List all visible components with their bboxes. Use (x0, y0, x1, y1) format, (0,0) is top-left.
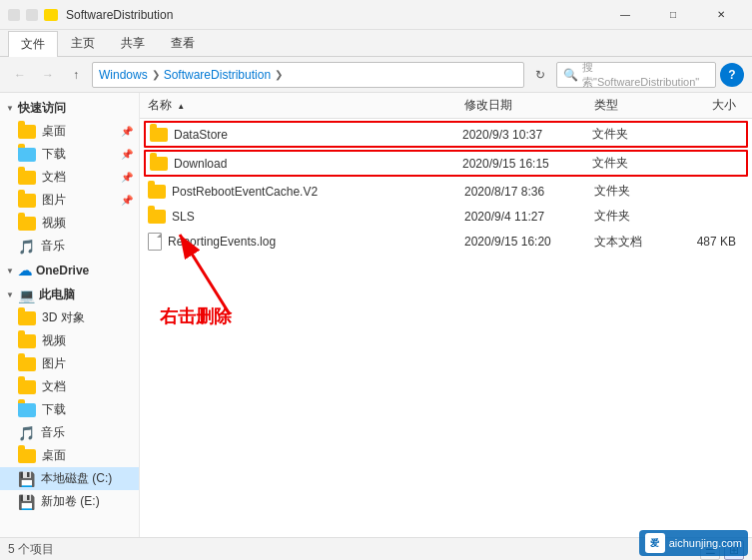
sort-icon: ▲ (177, 102, 185, 111)
watermark: 爱 aichunjing.com (639, 530, 748, 556)
tab-home[interactable]: 主页 (58, 30, 108, 56)
folder-icon (150, 157, 168, 171)
col-size-header[interactable]: 大小 (674, 97, 744, 114)
tab-share[interactable]: 共享 (108, 30, 158, 56)
folder-icon (18, 194, 36, 208)
col-type-header[interactable]: 类型 (594, 97, 674, 114)
sidebar-item-3d[interactable]: 3D 对象 (0, 306, 139, 329)
window-controls: — □ ✕ (602, 0, 744, 30)
file-type: 文件夹 (592, 126, 672, 143)
close-button[interactable]: ✕ (698, 0, 744, 30)
tab-file[interactable]: 文件 (8, 31, 58, 57)
drive-icon: 💾 (18, 494, 35, 510)
search-bar[interactable]: 🔍 搜索"SoftwareDistribution" (556, 62, 716, 88)
search-placeholder: 搜索"SoftwareDistribution" (582, 60, 709, 90)
file-date: 2020/8/17 8:36 (464, 185, 594, 199)
sidebar-item-drive-c[interactable]: 💾 本地磁盘 (C:) (0, 467, 139, 490)
back-button[interactable]: ← (8, 63, 32, 87)
tab-view[interactable]: 查看 (158, 30, 208, 56)
sidebar-onedrive-label: OneDrive (36, 264, 89, 278)
file-size: 487 KB (674, 235, 744, 249)
sidebar-label: 图片 (42, 192, 66, 209)
titlebar: SoftwareDistribution — □ ✕ (0, 0, 752, 30)
col-date-label: 修改日期 (464, 98, 512, 112)
sidebar-item-drive-e[interactable]: 💾 新加卷 (E:) (0, 490, 139, 513)
watermark-site: aichunjing.com (669, 537, 742, 549)
folder-icon (18, 171, 36, 185)
computer-icon: 💻 (18, 287, 35, 303)
file-type: 文件夹 (594, 183, 674, 200)
sidebar-item-downloads1[interactable]: 下载 📌 (0, 143, 139, 166)
sidebar-thispc-header[interactable]: ▼ 💻 此电脑 (0, 283, 139, 306)
col-name-header[interactable]: 名称 ▲ (148, 97, 464, 114)
sidebar-item-music1[interactable]: 🎵 音乐 (0, 235, 139, 258)
sidebar-item-music2[interactable]: 🎵 音乐 (0, 421, 139, 444)
sidebar-item-pics2[interactable]: 图片 (0, 352, 139, 375)
watermark-logo: 爱 (645, 533, 665, 553)
table-row[interactable]: Download 2020/9/15 16:15 文件夹 (144, 150, 748, 177)
minimize-button[interactable]: — (602, 0, 648, 30)
folder-icon (150, 128, 168, 142)
sidebar-item-video2[interactable]: 视频 (0, 329, 139, 352)
sidebar-item-downloads2[interactable]: 下载 (0, 398, 139, 421)
filelist-header: 名称 ▲ 修改日期 类型 大小 (140, 93, 752, 119)
breadcrumb-item-softwaredist[interactable]: SoftwareDistribution (164, 68, 271, 82)
folder-icon (18, 403, 36, 417)
folder-icon (18, 217, 36, 231)
file-date: 2020/9/4 11:27 (464, 210, 594, 224)
file-date: 2020/9/15 16:15 (462, 157, 592, 171)
file-type: 文本文档 (594, 234, 674, 251)
svg-line-1 (180, 235, 230, 314)
breadcrumb-sep-1: ❯ (152, 69, 160, 80)
chevron-icon: ▼ (6, 290, 14, 299)
sidebar-label: 下载 (42, 146, 66, 163)
up-button[interactable]: ↑ (64, 63, 88, 87)
sidebar-label: 3D 对象 (42, 309, 85, 326)
sidebar-item-desktop2[interactable]: 桌面 (0, 444, 139, 467)
maximize-button[interactable]: □ (650, 0, 696, 30)
file-name: PostRebootEventCache.V2 (172, 185, 464, 199)
titlebar-icons (8, 9, 58, 21)
sidebar-label: 新加卷 (E:) (41, 493, 100, 510)
folder-icon (18, 125, 36, 139)
file-name: DataStore (174, 128, 462, 142)
sidebar-item-desktop1[interactable]: 桌面 📌 (0, 120, 139, 143)
pin-icon: 📌 (121, 172, 133, 183)
sidebar-label: 文档 (42, 169, 66, 186)
window-title: SoftwareDistribution (66, 8, 602, 22)
breadcrumb[interactable]: Windows ❯ SoftwareDistribution ❯ (92, 62, 524, 88)
refresh-button[interactable]: ↻ (528, 63, 552, 87)
pin-icon: 📌 (121, 149, 133, 160)
col-type-label: 类型 (594, 98, 618, 112)
title-icon-2 (26, 9, 38, 21)
sidebar-quickaccess-label: 快速访问 (18, 100, 66, 117)
col-date-header[interactable]: 修改日期 (464, 97, 594, 114)
sidebar-item-pics1[interactable]: 图片 📌 (0, 189, 139, 212)
search-icon: 🔍 (563, 68, 578, 82)
folder-icon (18, 380, 36, 394)
sidebar-quickaccess-header[interactable]: ▼ 快速访问 (0, 97, 139, 120)
main-area: ▼ 快速访问 桌面 📌 下载 📌 文档 📌 (0, 93, 752, 537)
drive-icon: 💾 (18, 471, 35, 487)
watermark-logo-text: 爱 (650, 537, 659, 550)
file-name: Download (174, 157, 462, 171)
sidebar-onedrive-header[interactable]: ▼ ☁ OneDrive (0, 260, 139, 281)
table-row[interactable]: PostRebootEventCache.V2 2020/8/17 8:36 文… (140, 179, 752, 204)
file-type: 文件夹 (594, 208, 674, 225)
addressbar: ← → ↑ Windows ❯ SoftwareDistribution ❯ ↻… (0, 57, 752, 93)
forward-button[interactable]: → (36, 63, 60, 87)
ribbon: 文件 主页 共享 查看 (0, 30, 752, 57)
help-button[interactable]: ? (720, 63, 744, 87)
file-type: 文件夹 (592, 155, 672, 172)
table-row[interactable]: DataStore 2020/9/3 10:37 文件夹 (144, 121, 748, 148)
sidebar-item-docs2[interactable]: 文档 (0, 375, 139, 398)
file-date: 2020/9/15 16:20 (464, 235, 594, 249)
title-icon-1 (8, 9, 20, 21)
sidebar-item-video1[interactable]: 视频 (0, 212, 139, 235)
sidebar-label: 音乐 (41, 238, 65, 255)
file-list: 名称 ▲ 修改日期 类型 大小 DataStore 2020/9/3 10:37… (140, 93, 752, 537)
breadcrumb-item-windows[interactable]: Windows (99, 68, 148, 82)
sidebar-item-docs1[interactable]: 文档 📌 (0, 166, 139, 189)
sidebar-label: 文档 (42, 378, 66, 395)
folder-icon (18, 449, 36, 463)
